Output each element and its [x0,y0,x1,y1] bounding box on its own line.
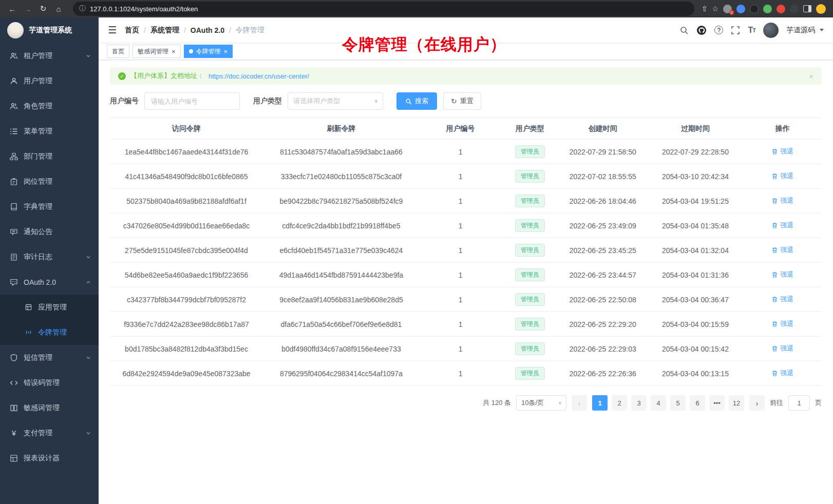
pagination-page-6[interactable]: 6 [690,395,705,411]
refresh-icon: ↻ [451,98,457,105]
tab-home[interactable]: 首页 [107,45,129,58]
page-size-select[interactable]: 10条/页 ▾ [516,395,566,411]
extension-icon[interactable] [750,5,759,13]
sidebar-item-post[interactable]: 岗位管理 [0,169,99,194]
browser-profile-avatar[interactable] [816,4,826,14]
extension-icon[interactable] [736,5,745,13]
delete-icon [771,198,778,204]
force-logout-button[interactable]: 强退 [771,344,793,353]
force-logout-button[interactable]: 强退 [771,221,793,230]
sidebar-item-report-designer[interactable]: 报表设计器 [0,445,99,471]
force-logout-button[interactable]: 强退 [771,295,793,304]
force-logout-button[interactable]: 强退 [771,196,793,205]
cell-user-id: 1 [420,337,501,361]
cell-created-time: 2022-07-02 18:55:55 [558,164,647,189]
browser-forward-icon[interactable]: → [21,2,35,16]
cell-created-time: 2022-06-25 22:29:03 [558,337,647,361]
user-type-select[interactable]: 请选择用户类型 ▾ [288,92,383,110]
sidebar-item-notice[interactable]: 通知公告 [0,219,99,244]
breadcrumb-oauth[interactable]: OAuth 2.0 [191,26,224,34]
doc-link[interactable]: https://doc.iocoder.cn/user-center/ [209,72,309,80]
sidebar-item-error-code[interactable]: 错误码管理 [0,370,99,395]
extension-icon[interactable] [790,5,799,13]
sidebar-item-dict[interactable]: 字典管理 [0,194,99,219]
side-panel-icon[interactable] [803,5,811,12]
extension-icon[interactable] [777,5,785,13]
extension-icon[interactable] [763,5,772,13]
github-icon[interactable] [696,25,707,35]
sidebar-item-menu[interactable]: 菜单管理 [0,119,99,144]
collapse-menu-icon[interactable]: ☰ [108,25,117,35]
pagination-page-4[interactable]: 4 [651,395,666,411]
pagination-prev-button[interactable]: ‹ [572,395,587,411]
pagination-next-button[interactable]: › [749,395,765,411]
force-logout-button[interactable]: 强退 [771,319,793,328]
tab-sensitive-word[interactable]: 敏感词管理 × [132,45,181,58]
chevron-down-icon [85,254,91,260]
book-icon [10,203,18,211]
pagination-page-5[interactable]: 5 [670,395,686,411]
search-icon[interactable] [679,26,689,35]
force-logout-label: 强退 [780,319,793,328]
sidebar-item-label: 敏感词管理 [24,403,91,413]
cell-expire-time: 2054-03-04 19:51:25 [647,189,743,214]
breadcrumb-home[interactable]: 首页 [125,26,139,35]
token-table: 访问令牌 刷新令牌 用户编号 用户类型 创建时间 过期时间 操作 1ea5e44… [110,118,822,386]
cell-user-id: 1 [420,140,501,164]
pagination-page-12[interactable]: 12 [729,395,744,411]
close-icon[interactable]: × [172,48,176,55]
browser-refresh-icon[interactable]: ↻ [36,2,50,16]
tab-token-management[interactable]: 令牌管理 × [184,45,233,58]
sidebar-item-user[interactable]: 用户管理 [0,68,99,93]
sidebar-item-label: OAuth 2.0 [24,278,80,286]
app-logo[interactable]: 芋道管理系统 [0,17,99,43]
pagination-page-2[interactable]: 2 [612,395,627,411]
browser-home-icon[interactable]: ⌂ [51,2,66,16]
sidebar-item-role[interactable]: 角色管理 [0,93,99,119]
pagination-ellipsis[interactable]: ••• [709,395,725,411]
cell-user-id: 1 [420,189,501,214]
pagination-page-3[interactable]: 3 [631,395,647,411]
force-logout-button[interactable]: 强退 [771,147,793,156]
search-button[interactable]: 搜索 [396,92,437,110]
col-access-token: 访问令牌 [110,118,263,140]
reset-button[interactable]: ↻ 重置 [443,92,481,110]
bookmark-star-icon[interactable]: ☆ [712,5,718,13]
fullscreen-icon[interactable] [731,26,740,35]
breadcrumb-system[interactable]: 系统管理 [150,26,179,35]
alert-close-icon[interactable]: × [809,72,813,81]
sidebar-item-oauth[interactable]: OAuth 2.0 [0,269,99,295]
force-logout-button[interactable]: 强退 [771,369,793,378]
sidebar-item-audit-log[interactable]: 审计日志 [0,244,99,269]
sidebar-item-sms[interactable]: 短信管理 [0,345,99,370]
force-logout-button[interactable]: 强退 [771,270,793,279]
user-avatar[interactable] [763,23,779,38]
force-logout-label: 强退 [780,171,793,181]
force-logout-button[interactable]: 强退 [771,245,793,255]
user-menu-caret-icon[interactable] [820,29,824,31]
sidebar-menu: 租户管理 用户管理 角色管理 菜单管理 部门管理 岗位管理 [0,43,99,471]
cell-refresh-token: 9ce8ef2aa9f14056b831ae9b608e28d5 [263,287,420,312]
sidebar-item-tenant[interactable]: 租户管理 [0,43,99,68]
goto-page-input[interactable] [788,395,810,411]
user-type-badge: 管理员 [515,293,545,306]
font-size-icon[interactable]: TT [748,26,755,35]
site-info-icon[interactable]: ⓘ [79,4,86,13]
sidebar-item-sensitive-word[interactable]: 敏感词管理 [0,395,99,420]
sidebar-item-payment[interactable]: ¥ 支付管理 [0,420,99,445]
share-icon[interactable]: ⇧ [702,5,708,13]
sidebar-item-dept[interactable]: 部门管理 [0,144,99,169]
force-logout-button[interactable]: 强退 [771,171,793,181]
alert-text: 【用户体系】文档地址： [130,71,204,81]
pagination-page-1[interactable]: 1 [592,395,608,411]
browser-address-bar[interactable]: ⓘ 127.0.0.1:1024/system/oauth2/token [73,2,694,16]
extension-icon[interactable] [723,5,732,13]
user-id-input[interactable] [144,92,240,110]
browser-back-icon[interactable]: ← [5,2,20,16]
user-name[interactable]: 芋道源码 [786,26,815,35]
help-icon[interactable]: ? [714,26,723,34]
sidebar-item-label: 通知公告 [24,227,91,237]
close-icon[interactable]: × [224,48,228,55]
sidebar-item-token-management[interactable]: 令牌管理 [0,320,99,345]
sidebar-item-app-management[interactable]: 应用管理 [0,295,99,320]
